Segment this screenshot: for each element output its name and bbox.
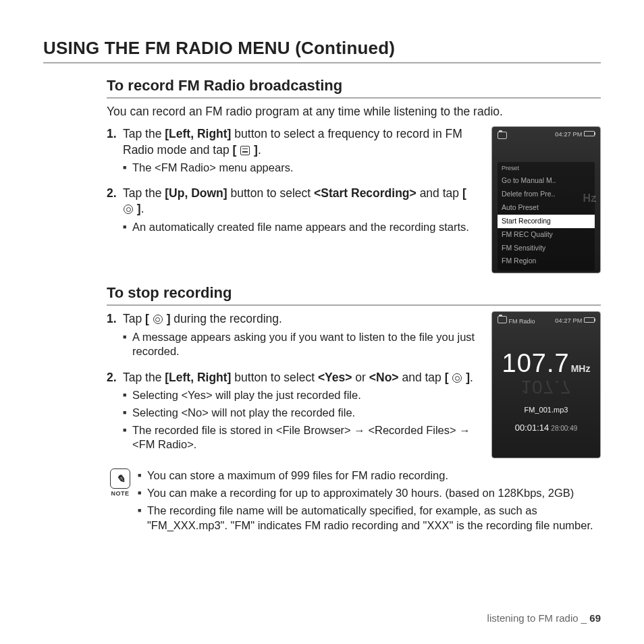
section-title: To stop recording xyxy=(107,283,601,306)
note-icon: ✎ xyxy=(110,468,130,489)
menu-icon xyxy=(240,146,250,155)
battery-icon xyxy=(584,131,595,136)
step-2: 2. Tap the [Left, Right] button to selec… xyxy=(107,370,479,459)
preset-menu: Preset Go to Manual M.. Delete from Pre.… xyxy=(498,162,595,271)
battery-icon xyxy=(584,317,595,323)
menu-item-selected: Start Recording xyxy=(498,215,595,228)
select-icon xyxy=(452,373,462,383)
step-1: 1. Tap the [Left, Right] button to selec… xyxy=(107,126,479,182)
remaining-time: 28:00:49 xyxy=(551,425,577,432)
section-record: To record FM Radio broadcasting You can … xyxy=(107,76,601,273)
select-icon xyxy=(153,315,163,324)
recorded-filename: FM_001.mp3 xyxy=(498,405,595,415)
section-stop: To stop recording 1. Tap [ ] during the … xyxy=(107,283,601,535)
page-title: USING THE FM RADIO MENU (Continued) xyxy=(43,36,601,63)
section-title: To record FM Radio broadcasting xyxy=(107,76,601,99)
select-icon xyxy=(124,205,133,214)
radio-icon xyxy=(498,132,507,139)
device-screenshot-menu: 04:27 PM Hz Preset Go to Manual M.. Dele… xyxy=(491,126,601,273)
manual-page: USING THE FM RADIO MENU (Continued) To r… xyxy=(0,0,644,644)
elapsed-time: 00:01:14 xyxy=(515,423,549,433)
section-intro: You can record an FM radio program at an… xyxy=(107,104,601,119)
frequency-value: 107.7 xyxy=(502,349,570,377)
radio-icon xyxy=(498,316,507,323)
note-block: ✎ NOTE ■You can store a maximum of 999 f… xyxy=(107,468,601,535)
step-1: 1. Tap [ ] during the recording. ■A mess… xyxy=(107,311,479,366)
device-screenshot-recording: FM Radio 04:27 PM 107.7MHz 107.7 FM_001.… xyxy=(491,311,601,458)
page-footer: listening to FM radio _ 69 xyxy=(487,612,601,625)
step-2: 2. Tap the [Up, Down] button to select <… xyxy=(107,186,479,241)
